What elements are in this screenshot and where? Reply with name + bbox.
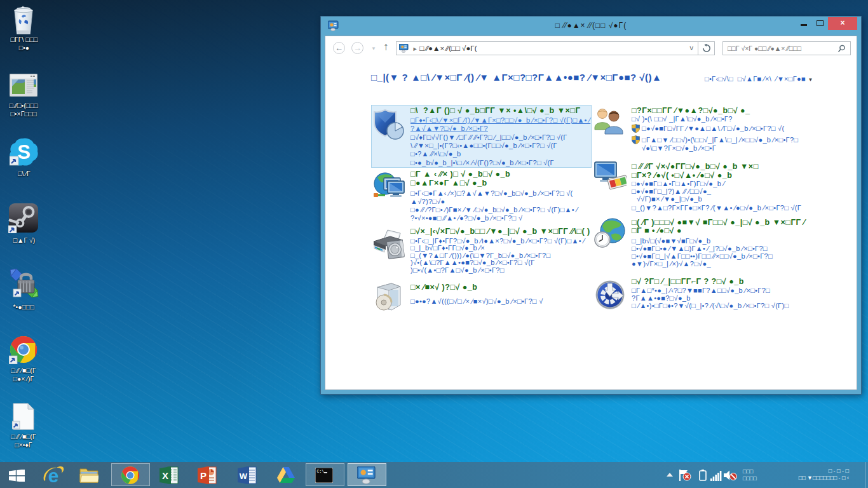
svg-text:P: P [200,470,207,481]
svg-text:C:\: C:\ [317,470,325,474]
svg-text:S: S [17,141,31,163]
svg-text:W: W [240,471,248,481]
svg-text:X: X [162,470,168,481]
